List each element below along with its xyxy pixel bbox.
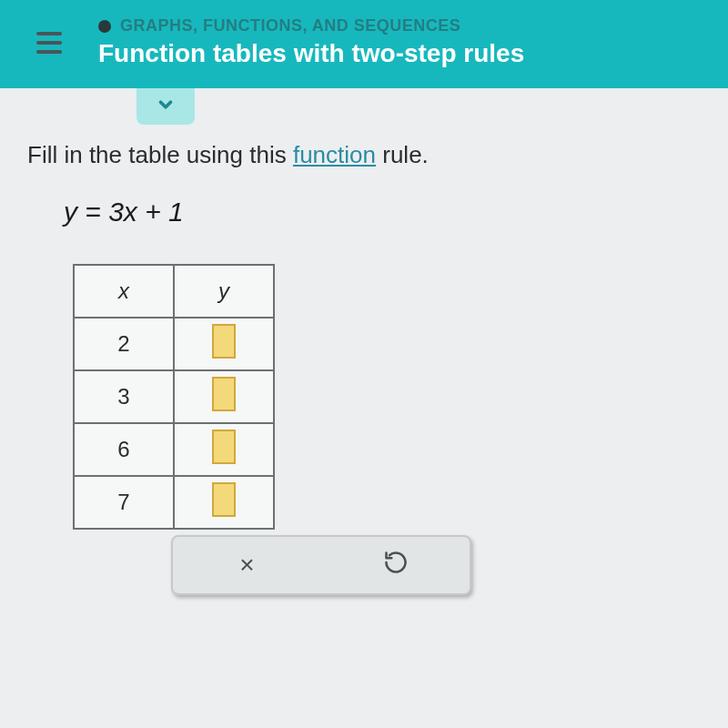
breadcrumb: GRAPHS, FUNCTIONS, AND SEQUENCES	[120, 16, 460, 35]
content-area: Fill in the table using this function ru…	[0, 88, 728, 728]
chevron-down-icon	[156, 95, 176, 118]
answer-input[interactable]	[212, 430, 236, 464]
y-input-cell	[174, 370, 274, 423]
x-value-cell: 3	[74, 370, 174, 423]
clear-button[interactable]: ×	[229, 547, 266, 583]
undo-button[interactable]	[378, 547, 414, 583]
breadcrumb-dot-icon	[98, 20, 111, 33]
breadcrumb-row: GRAPHS, FUNCTIONS, AND SEQUENCES	[98, 16, 524, 35]
y-input-cell	[174, 423, 274, 476]
table-row: 7	[74, 476, 274, 529]
table-header-row: x y	[74, 265, 274, 318]
x-value-cell: 7	[74, 476, 174, 529]
function-rule-equation: y = 3x + 1	[0, 169, 728, 228]
answer-toolbar: ×	[171, 535, 471, 595]
table-row: 6	[74, 423, 274, 476]
instruction-text: Fill in the table using this function ru…	[0, 88, 728, 169]
answer-input[interactable]	[212, 482, 236, 517]
x-value-cell: 2	[74, 318, 174, 370]
answer-input[interactable]	[212, 324, 236, 359]
table-row: 3	[74, 370, 274, 423]
page-title: Function tables with two-step rules	[98, 39, 524, 68]
table-row: 2	[74, 318, 274, 370]
column-header-y: y	[174, 265, 274, 318]
header-text-block: GRAPHS, FUNCTIONS, AND SEQUENCES Functio…	[98, 16, 524, 68]
x-value-cell: 6	[74, 423, 174, 476]
instruction-suffix: rule.	[376, 141, 429, 168]
undo-icon	[383, 550, 409, 581]
y-input-cell	[174, 318, 274, 370]
y-input-cell	[174, 476, 274, 529]
menu-icon[interactable]	[36, 32, 62, 54]
function-table: x y 2 3 6 7	[73, 264, 275, 530]
column-header-x: x	[74, 265, 174, 318]
function-table-wrap: x y 2 3 6 7 ×	[0, 228, 728, 595]
app-header: GRAPHS, FUNCTIONS, AND SEQUENCES Functio…	[0, 0, 728, 88]
close-icon: ×	[239, 551, 254, 580]
glossary-link-function[interactable]: function	[293, 141, 376, 168]
answer-input[interactable]	[212, 377, 236, 411]
expand-tab[interactable]	[136, 88, 195, 125]
instruction-prefix: Fill in the table using this	[27, 141, 293, 168]
